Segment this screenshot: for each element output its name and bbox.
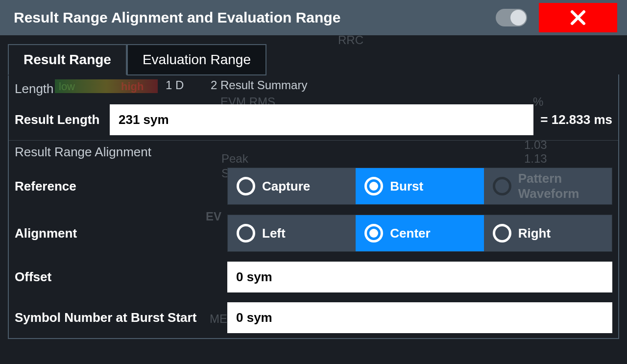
radio-circle-icon [237,177,255,195]
toggle-switch[interactable] [496,9,527,26]
row-alignment: Alignment Left Center Right [9,210,618,257]
input-symbol-start[interactable] [227,302,612,333]
radio-reference-pattern: Pattern Waveform [484,168,612,204]
label-result-length: Result Length [15,112,103,127]
radio-label: Burst [390,179,423,194]
row-offset: Offset [9,257,618,297]
label-result-length-eq: = 12.833 ms [540,112,612,127]
input-offset[interactable] [227,262,612,292]
content-area: RRC low high 1 D 2 Result Summary EVM RM… [0,35,627,339]
radio-circle-icon [364,177,383,195]
radio-group-alignment: Left Center Right [227,215,612,252]
titlebar-controls [496,3,617,32]
tab-result-range[interactable]: Result Range [8,44,127,75]
radio-circle-icon [237,224,255,243]
section-alignment-header: Result Range Alignment [9,140,618,163]
titlebar: Result Range Alignment and Evaluation Ra… [0,0,627,35]
radio-reference-capture[interactable]: Capture [228,168,356,204]
tab-evaluation-range[interactable]: Evaluation Range [127,44,266,75]
radio-alignment-center[interactable]: Center [356,215,483,251]
label-alignment: Alignment [15,226,220,241]
tab-bar: Result Range Evaluation Range [8,44,619,75]
section-length-header: Length [9,74,618,99]
radio-group-reference: Capture Burst Pattern Waveform [227,168,612,205]
row-reference: Reference Capture Burst Pattern Waveform [9,163,618,210]
label-symbol-start: Symbol Number at Burst Start [15,310,220,325]
radio-label: Left [262,226,286,241]
radio-alignment-right[interactable]: Right [484,215,612,251]
radio-reference-burst[interactable]: Burst [356,168,483,204]
label-offset: Offset [15,269,220,285]
input-result-length[interactable] [110,104,533,135]
radio-label: Pattern Waveform [518,171,603,201]
close-button[interactable] [539,3,617,32]
close-icon [569,9,587,26]
radio-circle-icon [364,224,383,243]
row-symbol-start: Symbol Number at Burst Start [9,297,618,338]
panel-result-range: Length Result Length = 12.833 ms Result … [8,74,619,339]
radio-alignment-left[interactable]: Left [228,215,356,251]
radio-label: Center [390,226,430,241]
radio-circle-icon [493,224,511,243]
radio-label: Right [518,226,551,241]
radio-circle-icon [493,177,511,195]
window-title: Result Range Alignment and Evaluation Ra… [14,9,340,26]
radio-label: Capture [262,179,310,194]
label-reference: Reference [15,179,220,194]
row-result-length: Result Length = 12.833 ms [9,99,618,140]
toggle-knob [510,10,526,25]
